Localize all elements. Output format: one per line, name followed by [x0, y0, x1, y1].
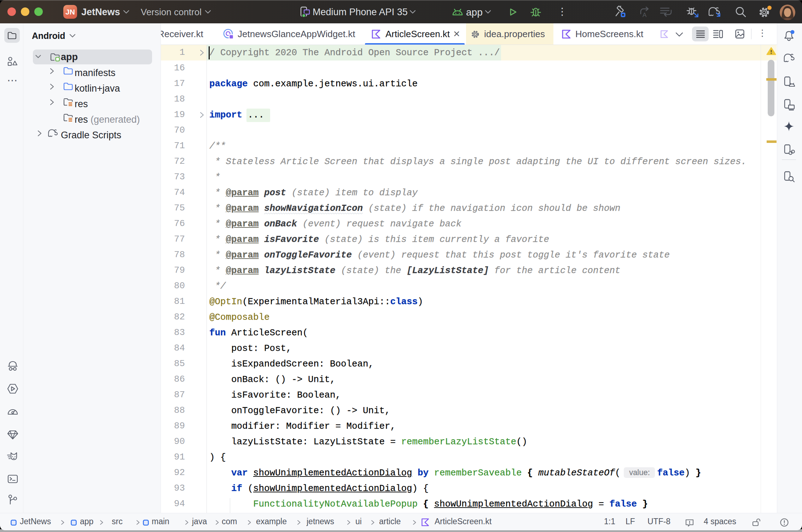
- svg-text:A: A: [643, 12, 647, 18]
